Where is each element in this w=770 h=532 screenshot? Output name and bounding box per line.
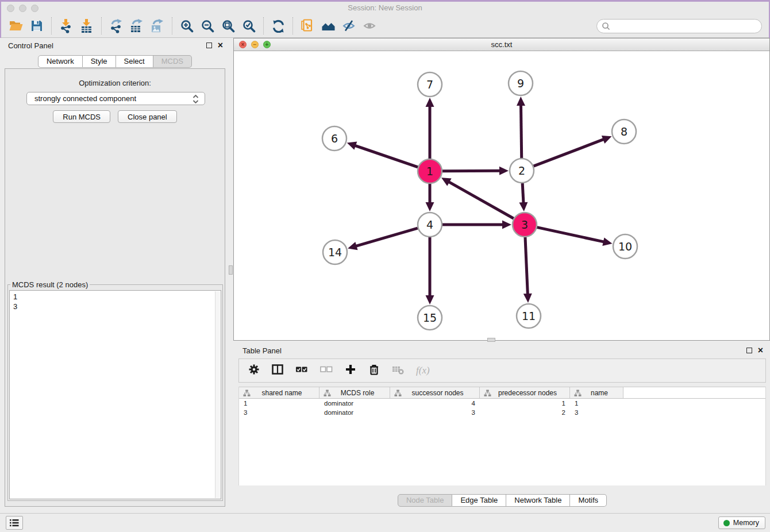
task-history-button[interactable]: [6, 516, 23, 530]
optimization-criterion-label: Optimization criterion:: [5, 79, 225, 87]
close-panel-button[interactable]: Close panel: [118, 110, 177, 123]
graph-edge-3-11[interactable]: [525, 237, 528, 295]
graph-edge-3-10[interactable]: [537, 228, 604, 242]
mcds-result-text: 1 3: [10, 291, 221, 313]
import-table-icon[interactable]: [76, 16, 97, 36]
column-header-predecessor-nodes[interactable]: predecessor nodes: [480, 387, 570, 398]
horizontal-splitter-handle[interactable]: [487, 338, 495, 342]
mcds-result-textarea[interactable]: 1 3: [9, 290, 221, 499]
graph-edge-4-14[interactable]: [356, 228, 418, 246]
table-toolbar: f(x): [238, 358, 766, 383]
table-row[interactable]: 1dominator411: [239, 399, 765, 408]
table-header: shared nameMCDS rolesuccessor nodesprede…: [239, 387, 765, 399]
import-network-icon[interactable]: [56, 16, 76, 36]
run-mcds-button[interactable]: Run MCDS: [53, 110, 110, 123]
criterion-value: strongly connected component: [34, 94, 136, 103]
checked-boxes-icon[interactable]: [295, 363, 309, 378]
refresh-icon[interactable]: [268, 16, 288, 36]
table-row[interactable]: 3dominator323: [239, 408, 765, 417]
houses-icon[interactable]: [318, 16, 338, 36]
unchecked-boxes-icon[interactable]: [319, 363, 333, 378]
zoom-selected-icon[interactable]: [238, 16, 259, 36]
table-tabs: Node TableEdge TableNetwork TableMotifs: [234, 494, 770, 507]
toolbar-separator: [51, 17, 52, 34]
eye-slash-icon[interactable]: [338, 16, 359, 36]
tab-network-table[interactable]: Network Table: [506, 494, 570, 507]
toolbar-separator: [101, 17, 102, 34]
float-panel-icon[interactable]: [206, 43, 212, 48]
search-icon: [602, 22, 610, 30]
application-window: Session: New Session: [0, 0, 770, 532]
graph-edge-3-1[interactable]: [448, 182, 514, 218]
graph-node-label: 6: [331, 132, 338, 145]
tab-node-table[interactable]: Node Table: [398, 494, 453, 507]
graph-node-label: 8: [621, 125, 627, 138]
tab-motifs[interactable]: Motifs: [570, 494, 607, 507]
table-cell: 2: [480, 409, 570, 416]
memory-status-icon: [723, 520, 730, 526]
export-network-icon[interactable]: [106, 16, 126, 36]
graph-node-label: 11: [522, 310, 536, 322]
list-icon: [9, 518, 20, 527]
window-titlebar: Session: New Session: [1, 2, 769, 14]
tab-mcds[interactable]: MCDS: [153, 55, 192, 68]
control-panel: Control Panel × NetworkStyleSelectMCDS O…: [0, 38, 230, 507]
graph-edge-2-9[interactable]: [521, 105, 521, 158]
graph-edge-arrowhead: [602, 237, 612, 246]
eye-icon[interactable]: [359, 16, 380, 36]
tab-network[interactable]: Network: [38, 55, 83, 68]
close-panel-icon[interactable]: ×: [218, 42, 223, 49]
network-canvas[interactable]: 7968124314101511: [234, 51, 769, 340]
vertical-splitter-handle[interactable]: [229, 265, 233, 275]
table-panel-title: Table Panel: [242, 346, 282, 355]
zoom-fit-icon[interactable]: [218, 16, 238, 36]
column-header-successor-nodes[interactable]: successor nodes: [390, 387, 480, 398]
column-header-name[interactable]: name: [570, 387, 623, 398]
columns-icon[interactable]: [271, 363, 284, 378]
export-table-icon[interactable]: [126, 16, 147, 36]
graph-edge-arrowhead: [523, 294, 532, 303]
zoom-in-icon[interactable]: [176, 16, 197, 36]
memory-label: Memory: [733, 519, 759, 527]
mcds-result-legend: MCDS result (2 nodes): [10, 280, 90, 289]
close-panel-icon[interactable]: ×: [758, 347, 763, 354]
control-panel-title: Control Panel: [8, 41, 53, 50]
graph-edge-arrowhead: [348, 242, 357, 250]
graph-node-label: 2: [518, 164, 525, 177]
graph-edge-arrowhead: [517, 97, 525, 106]
function-icon: f(x): [416, 365, 430, 376]
criterion-dropdown[interactable]: strongly connected component: [26, 92, 205, 105]
node-table[interactable]: shared nameMCDS rolesuccessor nodesprede…: [238, 387, 766, 485]
folder-open-icon[interactable]: [6, 16, 26, 36]
tab-edge-table[interactable]: Edge Table: [452, 494, 506, 507]
network-window-title: scc.txt: [234, 38, 769, 51]
column-header-shared-name[interactable]: shared name: [239, 387, 319, 398]
search-input[interactable]: [596, 19, 762, 33]
tab-select[interactable]: Select: [116, 55, 153, 68]
memory-button[interactable]: Memory: [718, 516, 765, 529]
graph-edge-2-3[interactable]: [522, 183, 523, 203]
mcds-panel: Optimization criterion: strongly connect…: [5, 68, 225, 507]
export-image-icon[interactable]: [147, 16, 168, 36]
stepper-arrows-icon: [192, 94, 199, 104]
document-share-icon[interactable]: [297, 16, 318, 36]
result-scrollbar[interactable]: [215, 291, 220, 498]
column-header-MCDS-role[interactable]: MCDS role: [319, 387, 390, 398]
save-icon[interactable]: [26, 16, 47, 36]
graph-edge-arrowhead: [519, 202, 528, 211]
float-panel-icon[interactable]: [746, 348, 752, 353]
zoom-out-icon[interactable]: [197, 16, 218, 36]
network-window-titlebar[interactable]: × − + scc.txt: [234, 38, 769, 51]
plus-icon[interactable]: [344, 363, 357, 378]
graph-edge-arrowhead: [426, 202, 434, 211]
graph-edge-1-2[interactable]: [442, 171, 500, 171]
graph-node-label: 9: [517, 77, 524, 90]
tab-style[interactable]: Style: [83, 55, 116, 68]
graph-edge-1-6[interactable]: [355, 145, 418, 167]
table-cell: 3: [239, 409, 319, 416]
graph-edge-2-8[interactable]: [534, 139, 605, 166]
graph-node-label: 1: [426, 165, 433, 178]
graph-node-label: 4: [426, 218, 433, 231]
trash-icon[interactable]: [368, 363, 380, 378]
gear-icon[interactable]: [248, 363, 260, 378]
